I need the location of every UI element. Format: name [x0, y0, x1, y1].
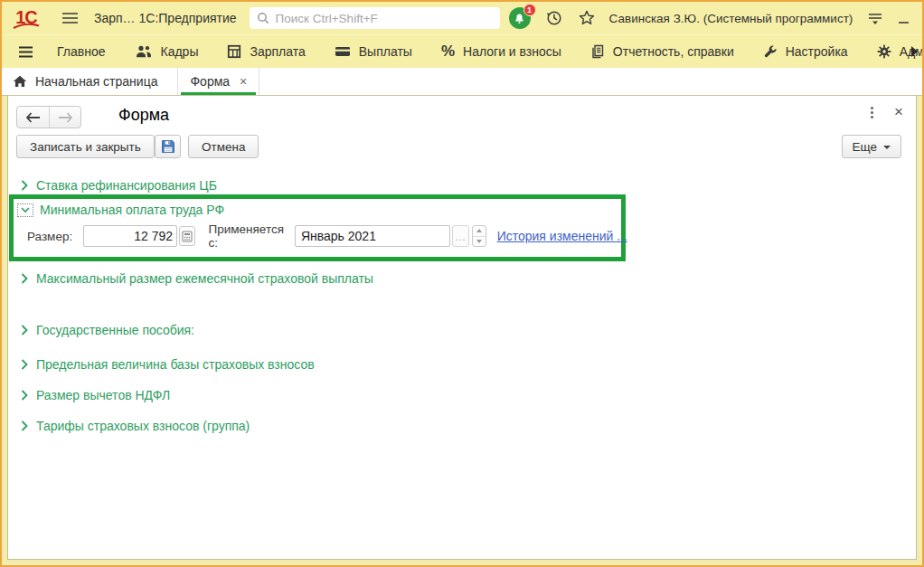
star-icon	[578, 9, 596, 27]
history-button[interactable]	[545, 9, 563, 27]
tab-forma[interactable]: Форма ×	[178, 68, 259, 95]
menu-zarplata[interactable]: Зарплата	[212, 35, 319, 68]
menu-overflow-icon[interactable]	[911, 46, 918, 57]
current-user[interactable]: Савинская З.Ю. (Системный программист)	[609, 12, 853, 25]
section-tarify-vznosov[interactable]: Тарифы страховых взносов (группа)	[21, 418, 250, 434]
chevron-right-icon	[21, 390, 28, 401]
save-floppy-icon	[161, 139, 175, 154]
section-stavka-refinansirovaniya[interactable]: Ставка рефинансирования ЦБ	[21, 177, 217, 194]
more-button-label: Еще	[853, 140, 877, 154]
menu-label: Выплаты	[359, 44, 412, 59]
menu-label: Кадры	[161, 44, 199, 59]
panels-icon	[867, 11, 883, 25]
chevron-down-icon	[883, 146, 891, 149]
size-label: Размер:	[27, 230, 72, 243]
menu-label: Зарплата	[250, 44, 305, 59]
section-label: Ставка рефинансирования ЦБ	[36, 177, 217, 194]
menu-icon	[18, 46, 33, 58]
page-title: Форма	[118, 106, 169, 125]
form-more-icon[interactable]	[871, 107, 873, 118]
menubar-hamburger[interactable]	[13, 35, 42, 68]
history-clock-icon	[545, 9, 563, 27]
menu-nalogi[interactable]: % Налоги и взносы	[427, 35, 576, 68]
1c-logo: 1С	[13, 8, 40, 29]
tab-separator	[259, 68, 259, 95]
section-label: Размер вычетов НДФЛ	[36, 387, 170, 403]
calculator-button[interactable]	[179, 226, 194, 246]
spinner-up-icon[interactable]	[473, 226, 486, 237]
people-icon	[135, 44, 153, 59]
content-area: Форма × Записать и закрыть Отмена Еще Ст…	[2, 96, 922, 565]
menu-vyplaty[interactable]: Выплаты	[320, 35, 427, 68]
choose-button[interactable]: ...	[452, 225, 469, 247]
applies-from-input[interactable]	[295, 225, 450, 247]
app-window: 1С Зарп… 1С:Предприятие 1 Савинская З.Ю.…	[0, 0, 924, 567]
tab-home[interactable]: Начальная страница	[2, 68, 177, 95]
panels-toggle-button[interactable]	[867, 11, 883, 25]
chevron-right-icon	[21, 273, 28, 284]
minimize-icon	[898, 13, 910, 24]
card-icon	[335, 45, 351, 58]
arrow-right-icon	[58, 112, 73, 123]
more-button[interactable]: Еще	[842, 135, 901, 158]
tab-home-label: Начальная страница	[35, 74, 157, 89]
chevron-right-icon	[21, 325, 28, 335]
wrench-icon	[763, 44, 778, 59]
menu-label: Настройка	[786, 44, 848, 59]
calculator-icon	[182, 231, 193, 242]
cancel-button[interactable]: Отмена	[188, 135, 259, 158]
size-input[interactable]	[83, 225, 177, 247]
main-menubar: Главное Кадры Зарплата Выплаты % Налоги …	[2, 34, 922, 68]
section-predelnaya-velichina[interactable]: Предельная величина базы страховых взнос…	[21, 356, 315, 373]
section-label: Государственные пособия:	[36, 322, 194, 338]
save-button[interactable]	[155, 135, 181, 158]
menu-label: Главное	[57, 44, 106, 59]
logo-swoosh-icon	[13, 24, 40, 29]
tab-forma-label: Форма	[190, 74, 230, 89]
section-label: Тарифы страховых взносов (группа)	[36, 418, 250, 434]
chevron-down-focus[interactable]	[17, 203, 33, 217]
global-search[interactable]	[250, 7, 500, 29]
menu-label: Отчетность, справки	[613, 44, 734, 59]
section-label: Минимальная оплата труда РФ	[40, 203, 224, 217]
chevron-right-icon	[21, 421, 28, 431]
spinner-down-icon[interactable]	[473, 237, 486, 247]
section-gos-posobiya[interactable]: Государственные пособия:	[21, 322, 194, 338]
date-spinner[interactable]	[472, 225, 486, 247]
form-close-icon[interactable]: ×	[894, 103, 903, 121]
home-icon	[13, 75, 27, 88]
chevron-down-icon	[21, 207, 30, 213]
menu-kadry[interactable]: Кадры	[120, 35, 213, 68]
tab-close-icon[interactable]: ×	[240, 74, 247, 89]
history-of-changes-link[interactable]: История изменений ...	[497, 229, 627, 243]
notifications-button[interactable]: 1	[509, 7, 531, 29]
favorites-button[interactable]	[578, 9, 596, 27]
main-menu-icon[interactable]	[61, 12, 79, 24]
spreadsheet-icon	[227, 44, 241, 59]
save-and-close-button[interactable]: Записать и закрыть	[16, 135, 155, 158]
gear-icon	[877, 44, 891, 59]
form-panel: Форма × Записать и закрыть Отмена Еще Ст…	[7, 96, 917, 560]
search-input[interactable]	[276, 12, 493, 25]
section-razmer-vychetov[interactable]: Размер вычетов НДФЛ	[21, 387, 170, 403]
menu-nastroyka[interactable]: Настройка	[749, 35, 863, 68]
tabbar: Начальная страница Форма ×	[2, 68, 922, 96]
back-button[interactable]	[17, 107, 49, 128]
menu-label: Налоги и взносы	[463, 44, 561, 59]
search-icon	[257, 12, 269, 24]
menu-glavnoe[interactable]: Главное	[42, 35, 120, 68]
notification-badge: 1	[523, 4, 536, 16]
minimize-button[interactable]	[898, 13, 910, 24]
window-title: Зарп… 1С:Предприятие	[94, 11, 237, 25]
section-minimalnaya-oplata[interactable]: Минимальная оплата труда РФ	[17, 203, 224, 217]
section-maksimalny-razmer[interactable]: Максимальный размер ежемесячной страхово…	[21, 270, 391, 287]
applies-from-label: Применяется с:	[209, 222, 288, 250]
forward-button[interactable]	[49, 107, 80, 128]
highlighted-group-min-wage: Минимальная оплата труда РФ Размер: Прим…	[9, 194, 626, 261]
section-label: Максимальный размер ежемесячной страхово…	[36, 270, 373, 287]
titlebar: 1С Зарп… 1С:Предприятие 1 Савинская З.Ю.…	[2, 2, 922, 34]
arrow-left-icon	[25, 112, 41, 123]
menu-otchetnost[interactable]: Отчетность, справки	[576, 35, 749, 68]
nav-history-group	[16, 106, 81, 128]
percent-icon: %	[441, 43, 455, 61]
